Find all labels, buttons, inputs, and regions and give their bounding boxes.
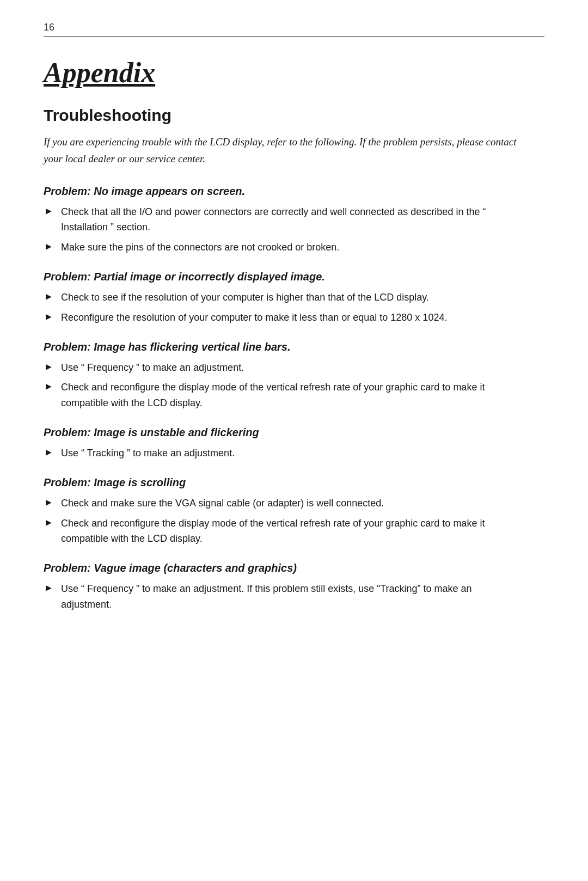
list-item: ▶Check and make sure the VGA signal cabl… <box>44 495 544 511</box>
bullet-text: Use “ Frequency ” to make an adjustment.… <box>61 581 507 613</box>
troubleshooting-heading: Troubleshooting <box>44 106 544 125</box>
bullet-arrow-icon: ▶ <box>46 496 57 508</box>
problems-container: Problem: No image appears on screen.▶Che… <box>44 185 544 613</box>
list-item: ▶Check and reconfigure the display mode … <box>44 380 544 411</box>
bullet-list-vague-image: ▶Use “ Frequency ” to make an adjustment… <box>44 581 544 613</box>
bullet-text: Use “ Tracking ” to make an adjustment. <box>61 445 507 461</box>
bullet-arrow-icon: ▶ <box>46 240 57 252</box>
list-item: ▶Use “ Frequency ” to make an adjustment… <box>44 360 544 376</box>
list-item: ▶Check and reconfigure the display mode … <box>44 516 544 547</box>
bullet-list-no-image: ▶Check that all the I/O and power connec… <box>44 204 544 255</box>
bullet-text: Check and reconfigure the display mode o… <box>61 516 507 547</box>
problem-title-vague-image: Problem: Vague image (characters and gra… <box>44 562 544 574</box>
problem-block-unstable: Problem: Image is unstable and flickerin… <box>44 426 544 461</box>
list-item: ▶Check that all the I/O and power connec… <box>44 204 544 236</box>
top-rule <box>44 36 544 37</box>
problem-title-scrolling: Problem: Image is scrolling <box>44 476 544 489</box>
intro-text: If you are experiencing trouble with the… <box>44 133 517 168</box>
bullet-arrow-icon: ▶ <box>46 516 57 528</box>
bullet-list-scrolling: ▶Check and make sure the VGA signal cabl… <box>44 495 544 547</box>
bullet-list-unstable: ▶Use “ Tracking ” to make an adjustment. <box>44 445 544 461</box>
bullet-list-flickering-bars: ▶Use “ Frequency ” to make an adjustment… <box>44 360 544 411</box>
bullet-arrow-icon: ▶ <box>46 310 57 322</box>
problem-block-flickering-bars: Problem: Image has flickering vertical l… <box>44 341 544 411</box>
bullet-text: Use “ Frequency ” to make an adjustment. <box>61 360 507 376</box>
bullet-arrow-icon: ▶ <box>46 582 57 594</box>
list-item: ▶Reconfigure the resolution of your comp… <box>44 310 544 326</box>
problem-title-partial-image: Problem: Partial image or incorrectly di… <box>44 271 544 283</box>
problem-title-unstable: Problem: Image is unstable and flickerin… <box>44 426 544 439</box>
problem-title-flickering-bars: Problem: Image has flickering vertical l… <box>44 341 544 353</box>
bullet-text: Check that all the I/O and power connect… <box>61 204 507 236</box>
list-item: ▶Check to see if the resolution of your … <box>44 290 544 305</box>
list-item: ▶Make sure the pins of the connectors ar… <box>44 240 544 255</box>
page-container: 16 Appendix Troubleshooting If you are e… <box>0 0 588 660</box>
appendix-title: Appendix <box>44 57 544 89</box>
problem-title-no-image: Problem: No image appears on screen. <box>44 185 544 198</box>
list-item: ▶Use “ Tracking ” to make an adjustment. <box>44 445 544 461</box>
bullet-list-partial-image: ▶Check to see if the resolution of your … <box>44 290 544 326</box>
problem-block-scrolling: Problem: Image is scrolling▶Check and ma… <box>44 476 544 547</box>
problem-block-no-image: Problem: No image appears on screen.▶Che… <box>44 185 544 255</box>
problem-block-partial-image: Problem: Partial image or incorrectly di… <box>44 271 544 326</box>
bullet-arrow-icon: ▶ <box>46 446 57 458</box>
bullet-text: Check to see if the resolution of your c… <box>61 290 507 305</box>
list-item: ▶Use “ Frequency ” to make an adjustment… <box>44 581 544 613</box>
bullet-text: Make sure the pins of the connectors are… <box>61 240 507 255</box>
bullet-text: Check and make sure the VGA signal cable… <box>61 495 507 511</box>
bullet-text: Check and reconfigure the display mode o… <box>61 380 507 411</box>
bullet-arrow-icon: ▶ <box>46 205 57 217</box>
bullet-arrow-icon: ▶ <box>46 380 57 392</box>
bullet-text: Reconfigure the resolution of your compu… <box>61 310 507 326</box>
bullet-arrow-icon: ▶ <box>46 360 57 372</box>
page-number: 16 <box>44 22 544 33</box>
problem-block-vague-image: Problem: Vague image (characters and gra… <box>44 562 544 613</box>
bullet-arrow-icon: ▶ <box>46 290 57 302</box>
